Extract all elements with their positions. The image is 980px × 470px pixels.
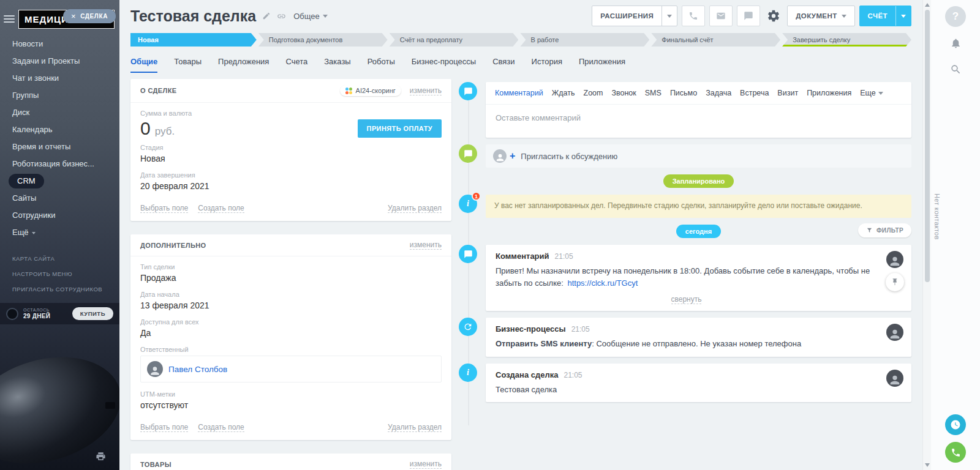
tab-orders[interactable]: Заказы (324, 57, 350, 73)
right-rail: ? Нет контактов (931, 0, 980, 470)
today-badge: сегодня (676, 225, 721, 238)
entry-link[interactable]: https://clck.ru/TGcyt (567, 278, 638, 288)
comment-input[interactable]: Оставьте комментарий (486, 105, 911, 138)
chat-bubble-icon (744, 11, 753, 21)
section-dropdown[interactable]: Общее (293, 12, 328, 21)
sidebar-item-groups[interactable]: Группы (0, 87, 119, 104)
sitemap-link[interactable]: КАРТА САЙТА (0, 251, 119, 266)
stage-final-invoice[interactable]: Финальный счёт (651, 33, 780, 47)
filter-button[interactable]: ФИЛЬТР (858, 223, 911, 237)
extensions-button[interactable]: РАСШИРЕНИЯ (592, 6, 677, 26)
ai-scoring-badge[interactable]: AI24-скоринг (340, 85, 401, 96)
invite-employees-link[interactable]: ПРИГЛАСИТЬ СОТРУДНИКОВ (0, 282, 119, 297)
stage-close-deal[interactable]: Завершить сделку (782, 33, 911, 47)
vertical-scrollbar[interactable] (922, 0, 931, 470)
telephony-button[interactable] (945, 442, 966, 463)
tl-tab-apps[interactable]: Приложения (807, 89, 851, 97)
envelope-icon (716, 11, 726, 21)
invoice-dropdown[interactable] (895, 6, 911, 26)
pin-button[interactable] (886, 273, 904, 291)
amount-currency: руб. (155, 125, 175, 138)
call-button[interactable] (682, 6, 705, 26)
search-button[interactable] (945, 59, 966, 80)
utm-value: отсутствуют (140, 400, 442, 410)
sidebar-item-disk[interactable]: Диск (0, 104, 119, 121)
select-field-link[interactable]: Выбрать поле (140, 204, 188, 213)
deal-type-value[interactable]: Продажа (140, 273, 442, 283)
edit-link[interactable]: изменить (410, 241, 442, 250)
tl-tab-wait[interactable]: Ждать (552, 89, 575, 97)
tl-tab-sms[interactable]: SMS (645, 89, 662, 97)
sidebar-item-sites[interactable]: Сайты (0, 190, 119, 207)
sidebar-item-news[interactable]: Новости (0, 35, 119, 53)
deal-tab-badge[interactable]: × СДЕЛКА (63, 9, 116, 23)
sidebar-item-calendar[interactable]: Календарь (0, 121, 119, 138)
available-value[interactable]: Да (140, 328, 442, 338)
settings-button[interactable] (764, 6, 783, 26)
tab-relations[interactable]: Связи (492, 57, 514, 73)
accept-payment-button[interactable]: ПРИНЯТЬ ОПЛАТУ (358, 119, 442, 138)
start-date-value[interactable]: 13 февраля 2021 (140, 300, 442, 310)
edit-title-icon[interactable] (262, 12, 271, 20)
tab-apps[interactable]: Приложения (579, 57, 625, 73)
sidebar-item-more[interactable]: Ещё (0, 224, 119, 241)
end-date-value[interactable]: 20 февраля 2021 (140, 181, 442, 191)
invite-to-discussion[interactable]: + Пригласить к обсуждению (486, 144, 911, 168)
tl-tab-zoom[interactable]: Zoom (584, 89, 603, 97)
sidebar-item-employees[interactable]: Сотрудники (0, 207, 119, 224)
tl-tab-task[interactable]: Задача (706, 89, 731, 97)
chat-button[interactable] (737, 6, 760, 26)
scrollbar-thumb[interactable] (925, 10, 930, 282)
stage-prepay-invoice[interactable]: Счёт на предоплату (390, 33, 519, 47)
tl-tab-visit[interactable]: Визит (777, 89, 798, 97)
tl-tab-more[interactable]: Еще (860, 89, 883, 97)
support-button[interactable] (945, 414, 966, 435)
invoice-button[interactable]: СЧЁТ (859, 6, 911, 26)
stage-value[interactable]: Новая (140, 154, 442, 163)
tab-products[interactable]: Товары (174, 57, 202, 73)
tab-robots[interactable]: Роботы (368, 57, 395, 73)
create-field-link[interactable]: Создать поле (198, 423, 244, 432)
tab-quotes[interactable]: Предложения (218, 57, 269, 73)
sidebar-item-automation[interactable]: Роботизация бизнес... (0, 155, 119, 173)
hamburger-menu-icon[interactable] (4, 15, 15, 23)
printer-icon[interactable] (96, 451, 106, 461)
configure-menu-link[interactable]: НАСТРОИТЬ МЕНЮ (0, 266, 119, 282)
tl-tab-meeting[interactable]: Встреча (740, 89, 769, 97)
amount-label: Сумма и валюта (140, 110, 442, 117)
tab-general[interactable]: Общие (130, 57, 157, 73)
sidebar-item-chat[interactable]: Чат и звонки (0, 70, 119, 87)
help-button[interactable]: ? (945, 6, 966, 27)
create-field-link[interactable]: Создать поле (198, 204, 244, 213)
card-title: ДОПОЛНИТЕЛЬНО (140, 242, 206, 249)
collapse-link[interactable]: свернуть (671, 295, 702, 304)
stage-docs[interactable]: Подготовка документов (258, 33, 388, 47)
tl-tab-email[interactable]: Письмо (670, 89, 697, 97)
sidebar-item-tasks[interactable]: Задачи и Проекты (0, 53, 119, 70)
edit-link[interactable]: изменить (410, 460, 442, 469)
buy-button[interactable]: КУПИТЬ (72, 307, 113, 320)
sidebar-item-crm[interactable]: CRM (0, 173, 119, 190)
document-button[interactable]: ДОКУМЕНТ (787, 6, 854, 26)
edit-link[interactable]: изменить (410, 86, 442, 95)
stage-new[interactable]: Новая (130, 33, 257, 47)
select-field-link[interactable]: Выбрать поле (140, 423, 188, 432)
delete-section-link[interactable]: Удалить раздел (388, 204, 442, 213)
mail-button[interactable] (709, 6, 733, 26)
extensions-dropdown[interactable] (662, 6, 677, 26)
scroll-down-arrow[interactable] (925, 463, 930, 467)
stage-in-progress[interactable]: В работе (520, 33, 649, 47)
scroll-up-arrow[interactable] (925, 3, 930, 7)
tab-invoices[interactable]: Счета (285, 57, 307, 73)
tl-tab-call[interactable]: Звонок (611, 89, 636, 97)
tab-history[interactable]: История (532, 57, 562, 73)
tab-business-processes[interactable]: Бизнес-процессы (412, 57, 476, 73)
tl-tab-comment[interactable]: Комментарий (495, 89, 543, 97)
comment-entry-icon (459, 245, 477, 263)
delete-section-link[interactable]: Удалить раздел (388, 423, 442, 432)
link-icon[interactable] (277, 12, 286, 21)
notifications-button[interactable] (945, 32, 966, 53)
sidebar-item-time-reports[interactable]: Время и отчеты (0, 138, 119, 155)
close-icon[interactable]: × (71, 13, 76, 19)
responsible-user-link[interactable]: Павел Столбов (168, 365, 227, 374)
